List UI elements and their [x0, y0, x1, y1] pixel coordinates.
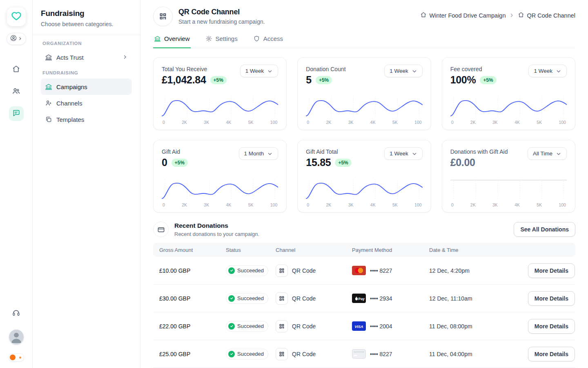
- home-icon: [518, 11, 524, 19]
- chart-tick-labels: 02K3K4K5K100: [162, 118, 278, 125]
- more-details-button[interactable]: More Details: [528, 347, 575, 361]
- chevron-right-icon: [122, 54, 128, 61]
- bank-icon: [45, 83, 52, 90]
- nav-fundraising-button[interactable]: [9, 106, 24, 121]
- donation-date: 11 Dec, 04:00pm: [429, 351, 519, 357]
- stat-card-total-received: Total You Receive £1,042.84 +5% 1 Week: [153, 57, 287, 130]
- tab-access[interactable]: Access: [252, 33, 284, 48]
- stat-card-value: 15.85: [306, 157, 331, 168]
- breadcrumb-campaign[interactable]: Winter Food Drive Campaign: [420, 11, 506, 19]
- sparkline-chart: [162, 179, 278, 201]
- channel-label: QR Code: [292, 323, 316, 330]
- nav-users-button[interactable]: [9, 84, 24, 99]
- check-icon: [228, 323, 235, 330]
- qr-channel-icon: [153, 7, 173, 26]
- stat-card-donation-count: Donation Count 5 +5% 1 Week 02K: [297, 57, 431, 130]
- sparkline-chart: [450, 96, 567, 118]
- qr-code-icon: [276, 265, 288, 277]
- support-button[interactable]: [9, 306, 24, 321]
- user-avatar[interactable]: [9, 330, 24, 344]
- stat-card-donations-with-gift-aid: Donations with Gift Aid £0.00 All Time 0…: [442, 140, 575, 213]
- recent-donations-header: Recent Donations Recent donations to you…: [153, 222, 575, 237]
- breadcrumb: Winter Food Drive Campaign QR Code Chann…: [420, 11, 575, 19]
- check-icon: [228, 351, 235, 357]
- donations-table: Gross Amount Status Channel Payment Meth…: [153, 243, 575, 368]
- stat-card-gift-aid-total: Gift Aid Total 15.85 +5% 1 Week: [297, 140, 431, 213]
- headphones-icon: [12, 308, 20, 319]
- table-row: £10.00 GBP Succeeded QR Code •••• 8227 1…: [153, 257, 575, 285]
- delta-badge: +5%: [172, 159, 188, 167]
- more-details-button[interactable]: More Details: [528, 263, 575, 278]
- tab-label: Access: [263, 35, 283, 42]
- chart-tick-labels: 02K3K4K5K100: [306, 118, 422, 125]
- channel-label: QR Code: [292, 351, 316, 357]
- status-badge: Succeeded: [226, 265, 268, 276]
- section-label-organization: ORGANIZATION: [42, 41, 130, 46]
- period-label: 1 Week: [534, 68, 552, 74]
- stat-card-title: Gift Aid Total: [306, 147, 351, 155]
- chevron-down-icon: [556, 151, 561, 157]
- svg-text:Pay: Pay: [359, 297, 365, 301]
- generic-card-icon: [352, 349, 366, 359]
- period-label: 1 Week: [390, 150, 408, 157]
- sidebar-item-label: Templates: [56, 116, 128, 123]
- stat-card-value: 0: [162, 157, 167, 168]
- stat-card-value: £1,042.84: [162, 74, 206, 86]
- app-logo[interactable]: [7, 7, 26, 26]
- sidebar-item-acts-trust[interactable]: Acts Trust: [41, 49, 132, 65]
- theme-toggle[interactable]: [9, 353, 24, 361]
- chart-tick-labels: 02K3K4K5K100: [162, 201, 278, 207]
- chevron-right-icon: [18, 35, 22, 43]
- fundraising-sidebar: Fundraising Choose between categories. O…: [33, 0, 140, 368]
- sidebar-item-templates[interactable]: Templates: [41, 111, 132, 128]
- delta-badge: +5%: [335, 159, 351, 167]
- period-select[interactable]: 1 Week: [240, 65, 278, 77]
- account-switcher[interactable]: [7, 33, 26, 45]
- chevron-down-icon: [412, 68, 417, 74]
- more-details-button[interactable]: More Details: [528, 291, 575, 306]
- card-last4: •••• 8227: [370, 351, 392, 357]
- bank-icon: [45, 54, 52, 61]
- tab-settings[interactable]: Settings: [205, 33, 238, 48]
- card-last4: •••• 8227: [370, 267, 392, 274]
- period-select[interactable]: All Time: [528, 147, 567, 160]
- gross-amount: £10.00 GBP: [153, 267, 226, 274]
- donation-date: 12 Dec, 11:10am: [429, 295, 519, 302]
- credit-card-icon: [153, 222, 169, 237]
- more-details-button[interactable]: More Details: [528, 319, 575, 334]
- period-select[interactable]: 1 Week: [384, 147, 423, 160]
- delta-badge: +5%: [316, 76, 332, 84]
- visa-icon: VISA: [352, 321, 366, 331]
- stat-card-gift-aid: Gift Aid 0 +5% 1 Month 02K3K4K5: [153, 140, 287, 213]
- breadcrumb-current[interactable]: QR Code Channel: [518, 11, 576, 19]
- sidebar-subtitle: Choose between categories.: [41, 21, 132, 27]
- stat-card-value: £0.00: [450, 157, 475, 168]
- channel-label: QR Code: [292, 267, 316, 274]
- table-row: £30.00 GBP Succeeded QR Code Pay •••• 29…: [153, 285, 575, 312]
- person-plus-icon: [45, 99, 52, 107]
- breadcrumb-label: Winter Food Drive Campaign: [430, 12, 506, 19]
- recent-donations-subtitle: Recent donations to your campaign.: [174, 231, 259, 237]
- period-label: All Time: [533, 150, 552, 157]
- main-content: QR Code Channel Start a new fundraising …: [140, 0, 588, 368]
- sidebar-item-channels[interactable]: Channels: [41, 95, 132, 111]
- tab-overview[interactable]: Overview: [153, 33, 191, 48]
- gear-icon: [205, 35, 212, 42]
- period-label: 1 Month: [244, 150, 264, 157]
- see-all-donations-button[interactable]: See All Donations: [514, 222, 575, 237]
- period-select[interactable]: 1 Week: [384, 65, 423, 77]
- table-row: £22.00 GBP Succeeded QR Code VISA •••• 2…: [153, 312, 575, 340]
- chart-tick-labels: 02K3K4K5K100: [306, 201, 422, 207]
- col-date-time: Date & Time: [429, 247, 519, 253]
- period-select[interactable]: 1 Week: [528, 65, 567, 77]
- check-icon: [228, 295, 235, 302]
- nav-home-button[interactable]: [9, 62, 24, 77]
- sidebar-item-campaigns[interactable]: Campaigns: [41, 79, 132, 95]
- stat-card-value: 100%: [450, 74, 476, 86]
- breadcrumb-label: QR Code Channel: [527, 12, 576, 19]
- qr-code-icon: [276, 320, 288, 332]
- account-circle-icon: [10, 34, 17, 43]
- status-badge: Succeeded: [226, 293, 268, 304]
- period-label: 1 Week: [245, 68, 264, 74]
- period-select[interactable]: 1 Month: [239, 147, 278, 160]
